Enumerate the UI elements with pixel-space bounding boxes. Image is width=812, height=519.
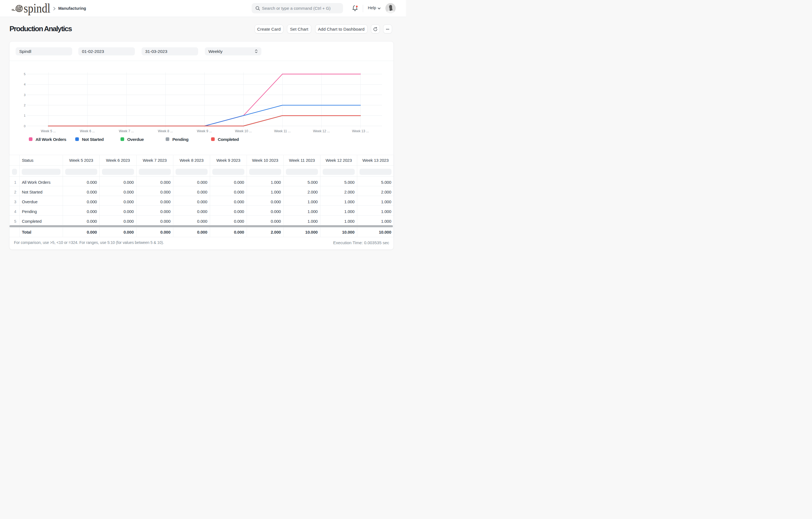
svg-text:spindl: spindl <box>24 1 51 15</box>
svg-text:Week 13 ...: Week 13 ... <box>352 129 369 133</box>
svg-text:All Work Orders: All Work Orders <box>36 137 66 142</box>
svg-text:Pending: Pending <box>173 137 188 142</box>
svg-text:Week 6 ...: Week 6 ... <box>80 129 95 133</box>
svg-text:1: 1 <box>24 114 25 117</box>
svg-text:Week 12 ...: Week 12 ... <box>313 129 330 133</box>
svg-text:Week 8 ...: Week 8 ... <box>158 129 173 133</box>
svg-text:Week 7 ...: Week 7 ... <box>119 129 134 133</box>
svg-text:3: 3 <box>24 93 25 97</box>
svg-text:Overdue: Overdue <box>127 137 144 142</box>
svg-text:Week 10 ...: Week 10 ... <box>235 129 252 133</box>
svg-text:Week 9 ...: Week 9 ... <box>197 129 212 133</box>
svg-text:Not Started: Not Started <box>82 137 104 142</box>
svg-text:Week 11 ...: Week 11 ... <box>274 129 291 133</box>
svg-text:4: 4 <box>24 83 25 86</box>
svg-text:0: 0 <box>24 124 25 128</box>
svg-text:Week 5 ...: Week 5 ... <box>41 129 56 133</box>
svg-text:5: 5 <box>24 72 25 76</box>
svg-text:2: 2 <box>24 103 25 107</box>
svg-text:Completed: Completed <box>218 137 239 142</box>
